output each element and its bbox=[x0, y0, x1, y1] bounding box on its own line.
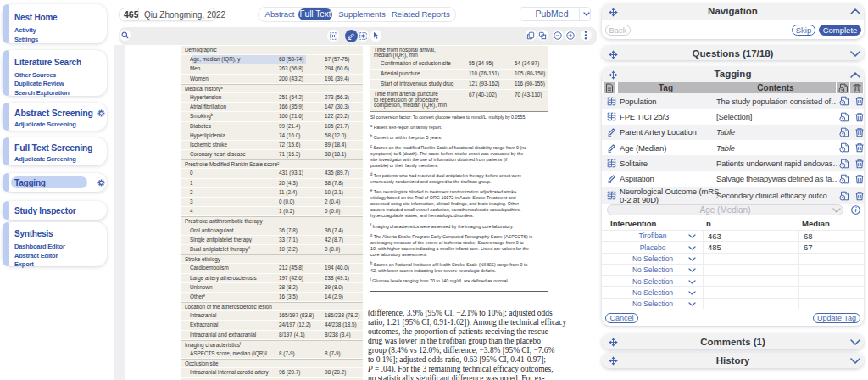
svg-text:i: i bbox=[854, 207, 857, 215]
